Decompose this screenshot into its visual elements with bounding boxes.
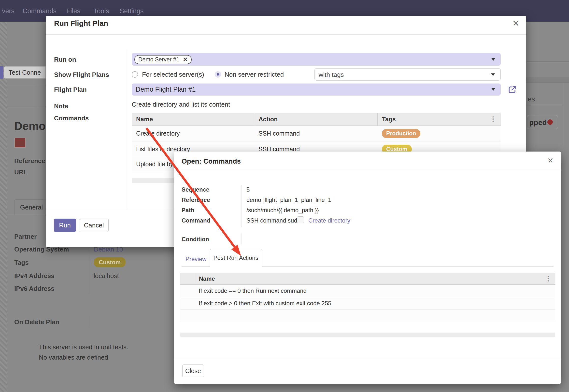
ipv6-label: IPv6 Address <box>14 285 55 293</box>
close-button[interactable]: Close <box>182 364 204 377</box>
cell-tags: Production <box>377 126 501 141</box>
with-tags-select[interactable]: with tags <box>314 68 501 81</box>
tab-post-run-actions[interactable]: Post Run Actions <box>210 249 262 266</box>
unit-test-note-line2: No variables are defined. <box>39 354 110 361</box>
tags-label: Tags <box>14 259 29 266</box>
flight-plan-value: Demo Flight Plan #1 <box>136 86 196 93</box>
with-tags-caret-icon <box>491 73 495 76</box>
status-badge-text-fragment: pped <box>529 118 547 127</box>
color-swatch <box>14 138 26 148</box>
flight-plan-select[interactable]: Demo Flight Plan #1 <box>132 84 501 96</box>
column-header-name-2[interactable]: Name ⋮ <box>195 273 555 285</box>
cell-name: If exit code > 0 then Exit with custom e… <box>195 297 555 310</box>
field-separator-line-2 <box>89 316 89 328</box>
tab-general[interactable]: General <box>14 199 49 215</box>
run-modal-header-divider <box>46 34 526 35</box>
commands-modal-close-icon[interactable]: ✕ <box>547 157 554 164</box>
radio-non-server-restricted-label: Non server restricted <box>225 71 284 78</box>
app-screen: vers Commands Files Tools Settings Test … <box>0 0 569 392</box>
run-button[interactable]: Run <box>54 219 76 232</box>
panel-subheader-line <box>6 106 46 106</box>
external-link-icon[interactable] <box>508 85 517 94</box>
run-on-tag-label: Demo Server #1 <box>138 56 179 63</box>
remove-tag-icon[interactable]: ✕ <box>183 56 188 63</box>
post-run-row-exit-0[interactable]: If exit code == 0 then Run next command <box>180 285 555 297</box>
right-panel-border <box>563 82 563 152</box>
run-modal-label-separator <box>127 50 127 210</box>
commands-table-header-row: Name Action Tags ⋮ <box>132 113 501 126</box>
panel-border-left <box>6 86 6 392</box>
reference-label: Reference <box>14 157 45 165</box>
test-connection-button[interactable]: Test Conne <box>4 66 46 79</box>
nav-item-commands[interactable]: Commands <box>23 7 57 15</box>
create-directory-link[interactable]: Create directory <box>308 217 350 224</box>
create-directory-checkbox[interactable] <box>297 216 304 223</box>
flight-plan-caret-icon <box>491 88 495 91</box>
column-header-tags-label: Tags <box>382 116 396 123</box>
column-header-empty <box>180 273 195 285</box>
nav-item-files[interactable]: Files <box>66 7 80 15</box>
background-primary-button-fragment[interactable] <box>0 66 3 79</box>
custom-tag-badge: Custom <box>94 257 126 267</box>
table-options-kebab-icon[interactable]: ⋮ <box>490 116 496 122</box>
column-header-name[interactable]: Name <box>132 113 254 126</box>
cell-handle <box>180 310 195 322</box>
flight-plan-note-text: Create directory and list its content <box>132 101 230 108</box>
partner-label: Partner <box>14 233 37 240</box>
run-modal-title: Run Flight Plan <box>54 19 108 28</box>
with-tags-value: with tags <box>319 71 344 79</box>
command-label: Command <box>182 217 210 224</box>
status-badge: pped <box>527 115 558 129</box>
command-value: SSH command sudo <box>246 217 300 224</box>
radio-non-server-restricted[interactable] <box>215 71 221 78</box>
nav-item-servers-fragment[interactable]: vers <box>2 7 14 15</box>
commands-label: Commands <box>54 114 89 122</box>
right-divider-1 <box>526 61 569 62</box>
right-text-fragment: es <box>528 95 535 103</box>
tags-value: Custom <box>94 257 126 267</box>
show-flight-plans-label: Show Flight Plans <box>54 71 109 79</box>
commands-modal-header-divider <box>174 171 561 171</box>
nav-item-settings[interactable]: Settings <box>120 7 144 15</box>
column-header-name-2-label: Name <box>199 275 215 282</box>
post-run-header-row: Name ⋮ <box>180 273 555 285</box>
cell-action: SSH command <box>254 126 377 141</box>
run-modal-close-icon[interactable]: ✕ <box>512 19 520 28</box>
column-header-tags[interactable]: Tags ⋮ <box>377 113 501 126</box>
reference-field-value: demo_flight_plan_1_plan_line_1 <box>246 196 331 203</box>
radio-for-selected-servers-label: For selected server(s) <box>142 71 204 78</box>
flight-plan-label: Flight Plan <box>54 86 87 94</box>
ipv4-label: IPv4 Address <box>14 272 55 280</box>
post-run-options-kebab-icon[interactable]: ⋮ <box>545 275 551 282</box>
sequence-value: 5 <box>246 186 250 193</box>
post-run-actions-table: Name ⋮ If exit code == 0 then Run next c… <box>180 273 555 337</box>
nav-item-tools[interactable]: Tools <box>94 7 109 15</box>
cell-name: If exit code == 0 then Run next command <box>195 285 555 297</box>
status-stopped-dot <box>547 119 553 125</box>
note-label: Note <box>54 102 68 110</box>
post-run-table-footer-band <box>180 333 555 337</box>
tab-preview[interactable]: Preview <box>185 256 206 263</box>
column-header-action[interactable]: Action <box>254 113 377 126</box>
path-value: /such/much/{{ demo_path }} <box>246 207 319 214</box>
commands-modal-title: Open: Commands <box>182 157 241 165</box>
run-on-select[interactable]: Demo Server #1 ✕ <box>132 53 501 66</box>
right-hatch-strip <box>526 77 569 82</box>
run-on-tag-pill: Demo Server #1 ✕ <box>134 55 192 64</box>
panel-border-top <box>6 86 46 86</box>
field-separator-line <box>89 245 89 294</box>
cancel-button[interactable]: Cancel <box>79 219 109 232</box>
post-run-row-empty <box>180 310 555 322</box>
cell-handle <box>180 285 195 297</box>
command-row-create-directory[interactable]: Create directory SSH command Production <box>132 126 501 141</box>
fields-separator-line <box>242 185 242 227</box>
condition-label: Condition <box>182 236 209 243</box>
commands-modal-footer-divider <box>174 358 561 358</box>
radio-for-selected-servers[interactable] <box>132 71 138 78</box>
server-title-fragment: Demo <box>14 119 46 133</box>
right-divider-2 <box>526 105 563 105</box>
run-on-caret-icon <box>491 58 495 61</box>
post-run-row-exit-gt0[interactable]: If exit code > 0 then Exit with custom e… <box>180 297 555 310</box>
tabbar-line <box>6 215 46 215</box>
cell-empty <box>195 310 555 322</box>
